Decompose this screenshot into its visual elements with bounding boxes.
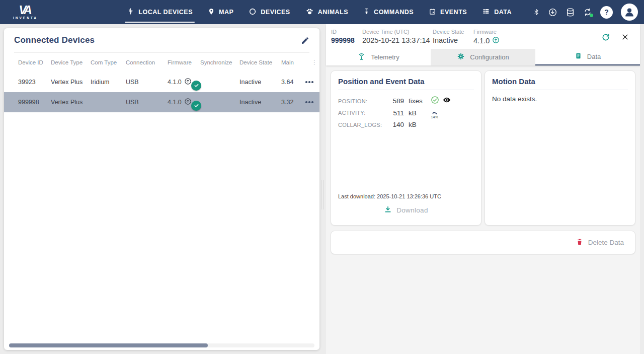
inventa-logo[interactable]: VA INVENTA <box>13 5 38 20</box>
motion-data-card: Motion Data No data exists. <box>485 70 635 226</box>
calendar-icon <box>429 8 436 17</box>
tab-label: Data <box>587 53 601 60</box>
nav-animals[interactable]: ANIMALS <box>305 0 348 24</box>
firmware-update-icon[interactable] <box>184 98 192 107</box>
cell-com-type: Iridium <box>91 79 126 86</box>
row-unit: fixes <box>409 97 431 105</box>
tab-telemetry[interactable]: Telemetry <box>326 49 431 65</box>
view-eye-icon[interactable] <box>442 96 452 106</box>
trash-icon <box>576 238 583 247</box>
nav-label: MAP <box>219 9 233 16</box>
collar-circle-icon <box>249 8 257 17</box>
empty-state-text: No data exists. <box>492 95 628 103</box>
map-pin-icon <box>208 8 215 17</box>
help-glyph: ? <box>604 8 609 16</box>
download-icon <box>384 205 392 215</box>
nav-label: DATA <box>494 9 512 16</box>
col-com-type: Com Type <box>91 59 126 65</box>
table-header-row: Device ID Device Type Com Type Connectio… <box>4 53 319 72</box>
state-label: Device State <box>433 29 473 35</box>
row-more-options-icon[interactable] <box>304 98 319 106</box>
last-download-text: Last download: 2025-10-21 13:26:36 UTC <box>338 193 474 199</box>
sync-icon[interactable] <box>583 8 592 17</box>
user-avatar-icon[interactable] <box>621 4 638 21</box>
download-button[interactable]: Download <box>384 205 428 215</box>
cell-device-id: 39923 <box>18 79 51 86</box>
edit-pencil-icon[interactable] <box>301 36 309 45</box>
row-label: COLLAR_LOGS: <box>338 122 384 128</box>
activity-row: ACTIVITY: 511 kB 14% <box>338 107 474 119</box>
time-value: 2025-10-21 13:37:14 <box>362 36 433 44</box>
device-time-group: Device Time (UTC) 2025-10-21 13:37:14 <box>362 29 433 44</box>
firmware-update-icon[interactable] <box>492 36 500 45</box>
bluetooth-icon[interactable] <box>533 8 540 17</box>
horizontal-scrollbar[interactable] <box>9 343 314 347</box>
firmware-update-icon[interactable] <box>548 8 557 17</box>
tab-data[interactable]: Data <box>535 49 640 65</box>
col-firmware: Firmware <box>168 59 200 65</box>
card-title: Position and Event Data <box>338 77 474 90</box>
table-icon <box>482 8 490 17</box>
toggle-check-icon <box>191 81 201 91</box>
state-value: Inactive <box>433 36 473 44</box>
database-icon[interactable] <box>566 8 575 17</box>
remote-icon <box>363 7 370 17</box>
connected-devices-panel: Connected Devices Device ID Device Type … <box>4 28 319 350</box>
card-title: Motion Data <box>492 77 628 90</box>
nav-devices[interactable]: DEVICES <box>249 0 290 24</box>
help-icon[interactable]: ? <box>600 6 613 19</box>
cell-connection: USB <box>126 79 168 86</box>
tab-label: Configuration <box>470 53 509 61</box>
col-synchronize: Synchronize <box>200 59 239 65</box>
firmware-value: 4.1.0 <box>473 37 490 45</box>
column-menu-icon[interactable]: ⋮ <box>311 59 319 66</box>
col-main: Main <box>281 59 304 65</box>
detail-info-row: ID 999998 Device Time (UTC) 2025-10-21 1… <box>326 24 640 49</box>
row-label: ACTIVITY: <box>338 110 384 116</box>
cell-device-type: Vertex Plus <box>51 79 91 86</box>
close-icon[interactable] <box>621 33 629 41</box>
row-unit: kB <box>409 109 431 117</box>
logo-brand-text: INVENTA <box>13 17 38 20</box>
table-row-selected[interactable]: 999998 Vertex Plus USB 4.1.0 Inactive 3.… <box>4 92 319 112</box>
scrollbar-thumb[interactable] <box>9 343 208 347</box>
utility-icons: ? <box>533 4 638 21</box>
position-row: POSITION: 589 fixes <box>338 95 474 107</box>
gear-icon <box>457 52 465 62</box>
tab-configuration[interactable]: Configuration <box>431 49 535 65</box>
nav-data[interactable]: DATA <box>482 0 512 24</box>
nav-local-devices[interactable]: LOCAL DEVICES <box>127 0 193 24</box>
progress-percent: 14% <box>431 115 438 119</box>
nav-commands[interactable]: COMMANDS <box>363 0 414 24</box>
delete-data-bar: Delete Data <box>331 231 635 254</box>
row-label: POSITION: <box>338 98 384 104</box>
delete-label: Delete Data <box>588 239 624 246</box>
col-device-state: Device State <box>239 59 281 65</box>
usb-icon <box>127 7 134 17</box>
firmware-label: Firmware <box>473 29 500 35</box>
main-navigation: LOCAL DEVICES MAP DEVICES <box>127 0 512 24</box>
delete-data-button[interactable]: Delete Data <box>576 238 624 247</box>
download-label: Download <box>396 206 428 214</box>
success-check-icon <box>431 96 439 106</box>
row-value: 511 <box>384 109 409 117</box>
nav-map[interactable]: MAP <box>208 0 233 24</box>
toggle-check-icon <box>191 101 201 111</box>
row-unit: kB <box>409 121 431 128</box>
top-navbar: VA INVENTA LOCAL DEVICES MAP <box>0 0 644 24</box>
table-row[interactable]: 39923 Vertex Plus Iridium USB 4.1.0 Inac… <box>4 72 319 92</box>
firmware-group: Firmware 4.1.0 <box>473 29 500 45</box>
firmware-update-icon[interactable] <box>184 78 192 87</box>
paw-icon <box>305 8 314 17</box>
row-more-options-icon[interactable] <box>304 78 319 86</box>
nav-events[interactable]: EVENTS <box>429 0 467 24</box>
refresh-icon[interactable] <box>601 33 610 42</box>
antenna-icon <box>357 52 366 62</box>
panel-resize-handle[interactable] <box>321 180 324 209</box>
logo-monogram: VA <box>19 5 32 16</box>
col-device-type: Device Type <box>51 59 91 65</box>
cell-device-id: 999998 <box>18 99 51 106</box>
cell-device-state: Inactive <box>239 99 281 106</box>
cell-device-type: Vertex Plus <box>51 99 91 106</box>
row-value: 589 <box>384 97 409 105</box>
